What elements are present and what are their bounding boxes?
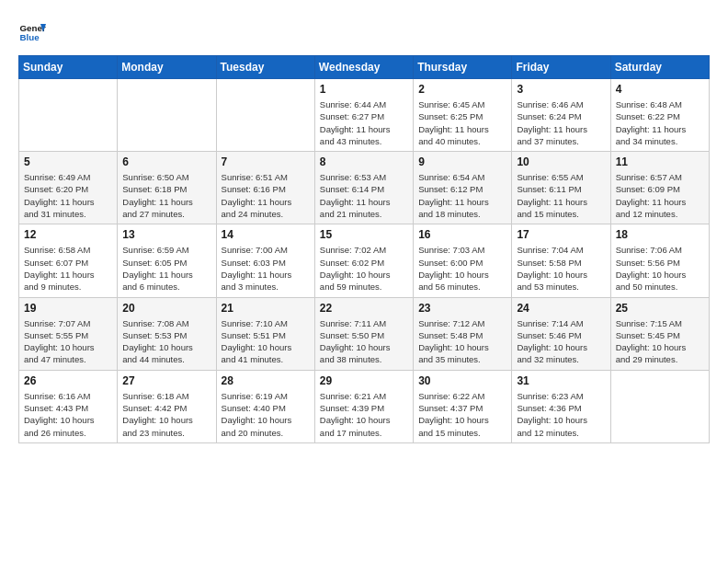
calendar-day-cell: 30Sunrise: 6:22 AM Sunset: 4:37 PM Dayli… (414, 370, 512, 442)
calendar-day-cell: 8Sunrise: 6:53 AM Sunset: 6:14 PM Daylig… (314, 152, 413, 224)
day-number: 16 (418, 228, 506, 241)
day-info: Sunrise: 6:50 AM Sunset: 6:18 PM Dayligh… (122, 171, 210, 220)
calendar-day-cell: 19Sunrise: 7:07 AM Sunset: 5:55 PM Dayli… (19, 297, 118, 370)
calendar-day-cell: 24Sunrise: 7:14 AM Sunset: 5:46 PM Dayli… (512, 297, 610, 370)
calendar-week-row: 1Sunrise: 6:44 AM Sunset: 6:27 PM Daylig… (19, 79, 710, 152)
day-info: Sunrise: 6:22 AM Sunset: 4:37 PM Dayligh… (418, 390, 506, 439)
calendar-day-cell: 2Sunrise: 6:45 AM Sunset: 6:25 PM Daylig… (414, 79, 512, 152)
logo: General Blue (18, 18, 46, 46)
day-info: Sunrise: 7:04 AM Sunset: 5:58 PM Dayligh… (517, 244, 605, 293)
calendar-day-cell: 23Sunrise: 7:12 AM Sunset: 5:48 PM Dayli… (414, 297, 512, 370)
calendar-day-cell: 3Sunrise: 6:46 AM Sunset: 6:24 PM Daylig… (512, 79, 610, 152)
empty-day-cell (19, 79, 118, 152)
day-info: Sunrise: 7:11 AM Sunset: 5:50 PM Dayligh… (320, 317, 408, 366)
calendar-day-cell: 18Sunrise: 7:06 AM Sunset: 5:56 PM Dayli… (610, 224, 709, 297)
day-number: 26 (24, 374, 112, 387)
calendar-day-cell: 9Sunrise: 6:54 AM Sunset: 6:12 PM Daylig… (414, 152, 512, 224)
day-number: 30 (418, 374, 506, 387)
day-info: Sunrise: 6:51 AM Sunset: 6:16 PM Dayligh… (222, 171, 310, 220)
calendar-day-cell: 27Sunrise: 6:18 AM Sunset: 4:42 PM Dayli… (118, 370, 216, 442)
weekday-header-saturday: Saturday (610, 56, 709, 79)
calendar-day-cell: 29Sunrise: 6:21 AM Sunset: 4:39 PM Dayli… (314, 370, 413, 442)
calendar-table: SundayMondayTuesdayWednesdayThursdayFrid… (18, 55, 710, 443)
day-number: 25 (616, 302, 704, 315)
calendar-week-row: 19Sunrise: 7:07 AM Sunset: 5:55 PM Dayli… (19, 297, 710, 370)
calendar-day-cell: 12Sunrise: 6:58 AM Sunset: 6:07 PM Dayli… (19, 224, 118, 297)
day-number: 20 (122, 302, 210, 315)
day-number: 13 (122, 228, 210, 241)
page-header: General Blue (18, 18, 710, 46)
calendar-day-cell: 16Sunrise: 7:03 AM Sunset: 6:00 PM Dayli… (414, 224, 512, 297)
calendar-day-cell: 22Sunrise: 7:11 AM Sunset: 5:50 PM Dayli… (314, 297, 413, 370)
calendar-day-cell: 4Sunrise: 6:48 AM Sunset: 6:22 PM Daylig… (610, 79, 709, 152)
weekday-header-friday: Friday (512, 56, 610, 79)
day-info: Sunrise: 7:03 AM Sunset: 6:00 PM Dayligh… (418, 244, 506, 293)
day-info: Sunrise: 6:59 AM Sunset: 6:05 PM Dayligh… (122, 244, 210, 293)
weekday-header-row: SundayMondayTuesdayWednesdayThursdayFrid… (19, 56, 710, 79)
calendar-day-cell: 20Sunrise: 7:08 AM Sunset: 5:53 PM Dayli… (118, 297, 216, 370)
day-info: Sunrise: 6:49 AM Sunset: 6:20 PM Dayligh… (24, 171, 112, 220)
day-number: 27 (122, 374, 210, 387)
weekday-header-tuesday: Tuesday (216, 56, 314, 79)
weekday-header-thursday: Thursday (414, 56, 512, 79)
day-number: 5 (24, 155, 112, 168)
day-info: Sunrise: 6:48 AM Sunset: 6:22 PM Dayligh… (616, 98, 704, 147)
calendar-day-cell: 25Sunrise: 7:15 AM Sunset: 5:45 PM Dayli… (610, 297, 709, 370)
day-info: Sunrise: 6:54 AM Sunset: 6:12 PM Dayligh… (418, 171, 506, 220)
day-number: 6 (122, 155, 210, 168)
day-number: 28 (222, 374, 310, 387)
weekday-header-wednesday: Wednesday (314, 56, 413, 79)
day-number: 4 (616, 83, 704, 96)
day-number: 1 (320, 83, 408, 96)
day-info: Sunrise: 7:06 AM Sunset: 5:56 PM Dayligh… (616, 244, 704, 293)
day-info: Sunrise: 7:00 AM Sunset: 6:03 PM Dayligh… (222, 244, 310, 293)
calendar-week-row: 12Sunrise: 6:58 AM Sunset: 6:07 PM Dayli… (19, 224, 710, 297)
empty-day-cell (610, 370, 709, 442)
calendar-day-cell: 17Sunrise: 7:04 AM Sunset: 5:58 PM Dayli… (512, 224, 610, 297)
calendar-day-cell: 26Sunrise: 6:16 AM Sunset: 4:43 PM Dayli… (19, 370, 118, 442)
calendar-day-cell: 5Sunrise: 6:49 AM Sunset: 6:20 PM Daylig… (19, 152, 118, 224)
day-number: 24 (517, 302, 605, 315)
day-info: Sunrise: 6:58 AM Sunset: 6:07 PM Dayligh… (24, 244, 112, 293)
day-info: Sunrise: 7:12 AM Sunset: 5:48 PM Dayligh… (418, 317, 506, 366)
day-info: Sunrise: 6:18 AM Sunset: 4:42 PM Dayligh… (122, 390, 210, 439)
day-number: 23 (418, 302, 506, 315)
day-info: Sunrise: 6:19 AM Sunset: 4:40 PM Dayligh… (222, 390, 310, 439)
weekday-header-sunday: Sunday (19, 56, 118, 79)
day-info: Sunrise: 7:10 AM Sunset: 5:51 PM Dayligh… (222, 317, 310, 366)
calendar-week-row: 5Sunrise: 6:49 AM Sunset: 6:20 PM Daylig… (19, 152, 710, 224)
day-number: 9 (418, 155, 506, 168)
calendar-day-cell: 11Sunrise: 6:57 AM Sunset: 6:09 PM Dayli… (610, 152, 709, 224)
calendar-day-cell: 1Sunrise: 6:44 AM Sunset: 6:27 PM Daylig… (314, 79, 413, 152)
day-number: 3 (517, 83, 605, 96)
day-number: 8 (320, 155, 408, 168)
day-info: Sunrise: 6:21 AM Sunset: 4:39 PM Dayligh… (320, 390, 408, 439)
weekday-header-monday: Monday (118, 56, 216, 79)
svg-text:Blue: Blue (20, 32, 40, 42)
day-number: 7 (222, 155, 310, 168)
empty-day-cell (216, 79, 314, 152)
calendar-day-cell: 15Sunrise: 7:02 AM Sunset: 6:02 PM Dayli… (314, 224, 413, 297)
calendar-day-cell: 28Sunrise: 6:19 AM Sunset: 4:40 PM Dayli… (216, 370, 314, 442)
day-number: 22 (320, 302, 408, 315)
calendar-day-cell: 6Sunrise: 6:50 AM Sunset: 6:18 PM Daylig… (118, 152, 216, 224)
day-info: Sunrise: 6:57 AM Sunset: 6:09 PM Dayligh… (616, 171, 704, 220)
day-number: 14 (222, 228, 310, 241)
day-info: Sunrise: 7:07 AM Sunset: 5:55 PM Dayligh… (24, 317, 112, 366)
day-number: 19 (24, 302, 112, 315)
empty-day-cell (118, 79, 216, 152)
day-number: 15 (320, 228, 408, 241)
day-info: Sunrise: 7:08 AM Sunset: 5:53 PM Dayligh… (122, 317, 210, 366)
calendar-day-cell: 31Sunrise: 6:23 AM Sunset: 4:36 PM Dayli… (512, 370, 610, 442)
day-info: Sunrise: 7:02 AM Sunset: 6:02 PM Dayligh… (320, 244, 408, 293)
day-info: Sunrise: 6:23 AM Sunset: 4:36 PM Dayligh… (517, 390, 605, 439)
day-number: 31 (517, 374, 605, 387)
day-number: 11 (616, 155, 704, 168)
day-number: 10 (517, 155, 605, 168)
day-info: Sunrise: 6:45 AM Sunset: 6:25 PM Dayligh… (418, 98, 506, 147)
day-info: Sunrise: 6:53 AM Sunset: 6:14 PM Dayligh… (320, 171, 408, 220)
day-info: Sunrise: 6:46 AM Sunset: 6:24 PM Dayligh… (517, 98, 605, 147)
calendar-day-cell: 13Sunrise: 6:59 AM Sunset: 6:05 PM Dayli… (118, 224, 216, 297)
day-info: Sunrise: 6:44 AM Sunset: 6:27 PM Dayligh… (320, 98, 408, 147)
calendar-day-cell: 7Sunrise: 6:51 AM Sunset: 6:16 PM Daylig… (216, 152, 314, 224)
